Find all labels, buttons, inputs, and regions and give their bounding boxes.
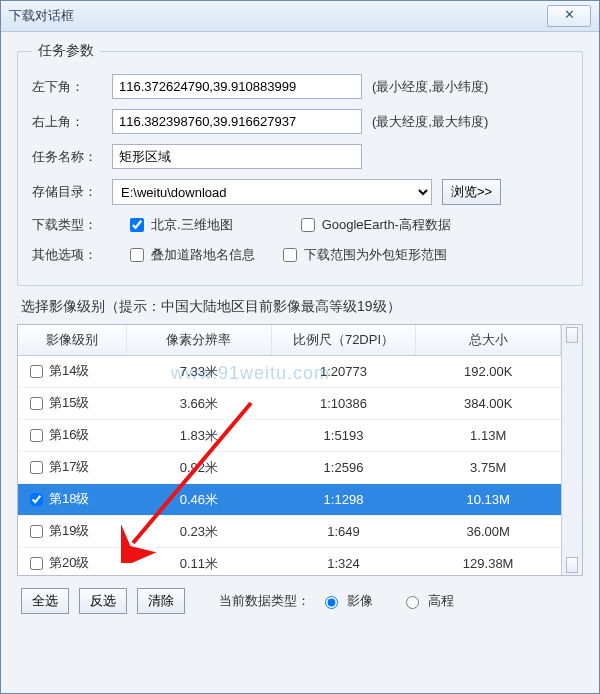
- scale-cell: 1:20773: [271, 356, 416, 388]
- level-checkbox[interactable]: [30, 557, 43, 570]
- levels-table: 影像级别 像素分辨率 比例尺（72DPI） 总大小 第14级7.33米1:207…: [18, 325, 561, 575]
- download-type-gearth[interactable]: GoogleEarth-高程数据: [297, 215, 451, 235]
- level-checkbox[interactable]: [30, 461, 43, 474]
- download-type-label: 下载类型：: [32, 216, 102, 234]
- size-cell: 36.00M: [416, 516, 561, 548]
- resolution-cell: 1.83米: [127, 420, 272, 452]
- level-cell[interactable]: 第15级: [18, 388, 127, 420]
- storage-dir-label: 存储目录：: [32, 183, 102, 201]
- bottom-left-input[interactable]: [112, 74, 362, 99]
- other-option-overlay-label: 叠加道路地名信息: [151, 246, 255, 264]
- level-cell[interactable]: 第19级: [18, 516, 127, 548]
- storage-dir-row: 存储目录： E:\weitu\download 浏览>>: [32, 179, 568, 205]
- resolution-cell: 0.23米: [127, 516, 272, 548]
- level-cell[interactable]: 第20级: [18, 548, 127, 575]
- task-name-row: 任务名称：: [32, 144, 568, 169]
- levels-col-level[interactable]: 影像级别: [18, 325, 127, 356]
- radio-elevation-input[interactable]: [406, 596, 419, 609]
- other-option-overlay-checkbox[interactable]: [130, 248, 144, 262]
- other-options-row: 其他选项： 叠加道路地名信息 下载范围为外包矩形范围: [32, 245, 568, 265]
- other-options-label: 其他选项：: [32, 246, 102, 264]
- size-cell: 129.38M: [416, 548, 561, 575]
- radio-image-input[interactable]: [325, 596, 338, 609]
- level-checkbox[interactable]: [30, 525, 43, 538]
- radio-elevation[interactable]: 高程: [401, 592, 454, 610]
- scale-cell: 1:1298: [271, 484, 416, 516]
- table-row[interactable]: 第16级1.83米1:51931.13M: [18, 420, 561, 452]
- scale-cell: 1:324: [271, 548, 416, 575]
- close-button[interactable]: ✕: [547, 5, 591, 27]
- download-type-gearth-checkbox[interactable]: [301, 218, 315, 232]
- resolution-cell: 0.11米: [127, 548, 272, 575]
- download-type-beijing3d[interactable]: 北京.三维地图: [126, 215, 233, 235]
- other-option-extent-label: 下载范围为外包矩形范围: [304, 246, 447, 264]
- other-option-extent-checkbox[interactable]: [283, 248, 297, 262]
- level-label: 第19级: [49, 523, 89, 538]
- level-cell[interactable]: 第16级: [18, 420, 127, 452]
- download-type-row: 下载类型： 北京.三维地图 GoogleEarth-高程数据: [32, 215, 568, 235]
- radio-image[interactable]: 影像: [320, 592, 373, 610]
- size-cell: 192.00K: [416, 356, 561, 388]
- bottom-left-row: 左下角： (最小经度,最小纬度): [32, 74, 568, 99]
- other-option-overlay[interactable]: 叠加道路地名信息: [126, 245, 255, 265]
- table-row[interactable]: 第15级3.66米1:10386384.00K: [18, 388, 561, 420]
- top-right-row: 右上角： (最大经度,最大纬度): [32, 109, 568, 134]
- resolution-cell: 0.92米: [127, 452, 272, 484]
- levels-scrollbar[interactable]: [561, 325, 582, 575]
- levels-col-size[interactable]: 总大小: [416, 325, 561, 356]
- window-title: 下载对话框: [9, 7, 543, 25]
- select-all-button[interactable]: 全选: [21, 588, 69, 614]
- scale-cell: 1:649: [271, 516, 416, 548]
- task-name-label: 任务名称：: [32, 148, 102, 166]
- level-checkbox[interactable]: [30, 365, 43, 378]
- radio-image-label: 影像: [347, 592, 373, 610]
- top-right-label: 右上角：: [32, 113, 102, 131]
- size-cell: 384.00K: [416, 388, 561, 420]
- level-checkbox[interactable]: [30, 493, 43, 506]
- table-row[interactable]: 第18级0.46米1:129810.13M: [18, 484, 561, 516]
- resolution-cell: 0.46米: [127, 484, 272, 516]
- levels-table-wrap: 影像级别 像素分辨率 比例尺（72DPI） 总大小 第14级7.33米1:207…: [17, 324, 583, 576]
- table-row[interactable]: 第20级0.11米1:324129.38M: [18, 548, 561, 575]
- table-row[interactable]: 第19级0.23米1:64936.00M: [18, 516, 561, 548]
- level-cell[interactable]: 第14级: [18, 356, 127, 388]
- level-cell[interactable]: 第17级: [18, 452, 127, 484]
- table-row[interactable]: 第14级7.33米1:20773192.00K: [18, 356, 561, 388]
- download-type-beijing3d-checkbox[interactable]: [130, 218, 144, 232]
- scale-cell: 1:10386: [271, 388, 416, 420]
- level-label: 第18级: [49, 491, 89, 506]
- dialog-content: 任务参数 左下角： (最小经度,最小纬度) 右上角： (最大经度,最大纬度) 任…: [1, 32, 599, 624]
- browse-button[interactable]: 浏览>>: [442, 179, 501, 205]
- scale-cell: 1:5193: [271, 420, 416, 452]
- level-label: 第14级: [49, 363, 89, 378]
- storage-dir-select[interactable]: E:\weitu\download: [112, 179, 432, 205]
- download-type-gearth-label: GoogleEarth-高程数据: [322, 216, 451, 234]
- level-cell[interactable]: 第18级: [18, 484, 127, 516]
- top-right-hint: (最大经度,最大纬度): [372, 113, 488, 131]
- invert-selection-button[interactable]: 反选: [79, 588, 127, 614]
- table-row[interactable]: 第17级0.92米1:25963.75M: [18, 452, 561, 484]
- top-right-input[interactable]: [112, 109, 362, 134]
- levels-col-scale[interactable]: 比例尺（72DPI）: [271, 325, 416, 356]
- current-type-label: 当前数据类型：: [219, 592, 310, 610]
- level-checkbox[interactable]: [30, 397, 43, 410]
- task-params-group: 任务参数 左下角： (最小经度,最小纬度) 右上角： (最大经度,最大纬度) 任…: [17, 42, 583, 286]
- clear-selection-button[interactable]: 清除: [137, 588, 185, 614]
- titlebar: 下载对话框 ✕: [1, 1, 599, 32]
- levels-section-label: 选择影像级别（提示：中国大陆地区目前影像最高等级19级）: [21, 298, 583, 316]
- size-cell: 3.75M: [416, 452, 561, 484]
- level-label: 第15级: [49, 395, 89, 410]
- task-params-legend: 任务参数: [32, 42, 100, 60]
- scale-cell: 1:2596: [271, 452, 416, 484]
- bottom-left-hint: (最小经度,最小纬度): [372, 78, 488, 96]
- bottom-bar: 全选 反选 清除 当前数据类型： 影像 高程: [17, 588, 583, 614]
- other-option-extent[interactable]: 下载范围为外包矩形范围: [279, 245, 447, 265]
- level-label: 第17级: [49, 459, 89, 474]
- resolution-cell: 3.66米: [127, 388, 272, 420]
- levels-col-res[interactable]: 像素分辨率: [127, 325, 272, 356]
- level-checkbox[interactable]: [30, 429, 43, 442]
- size-cell: 10.13M: [416, 484, 561, 516]
- task-name-input[interactable]: [112, 144, 362, 169]
- download-dialog-window: 下载对话框 ✕ 任务参数 左下角： (最小经度,最小纬度) 右上角： (最大经度…: [0, 0, 600, 694]
- radio-elevation-label: 高程: [428, 592, 454, 610]
